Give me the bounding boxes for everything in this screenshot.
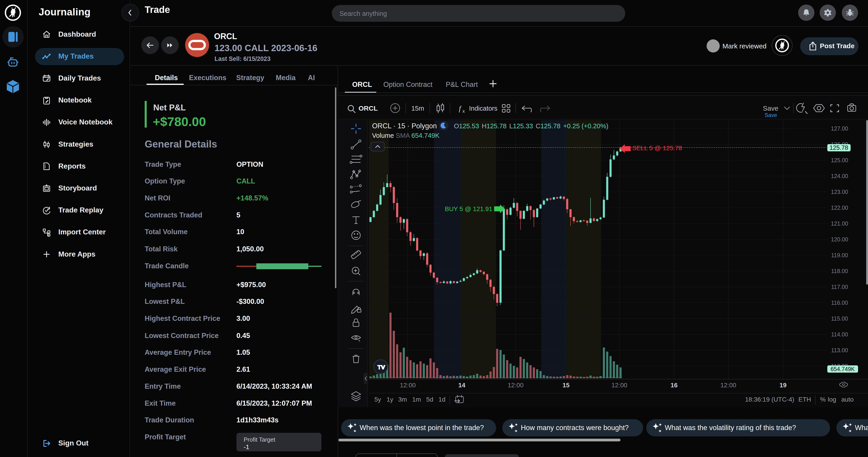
svg-text:15: 15 [562,382,569,389]
svg-text:%: % [820,396,826,403]
svg-text:120.00: 120.00 [831,236,848,242]
svg-text:ORCL: ORCL [359,105,378,112]
svg-text:115.00: 115.00 [831,315,848,322]
svg-text:12:00: 12:00 [508,382,524,389]
svg-text:Indicators: Indicators [469,105,498,112]
svg-text:5y: 5y [374,396,381,403]
svg-text:19: 19 [779,382,786,389]
svg-text:ORCL · 15 · Polygon: ORCL · 15 · Polygon [372,122,437,130]
svg-text:auto: auto [841,396,854,403]
svg-text:118.00: 118.00 [831,268,848,274]
svg-text:113.00: 113.00 [831,347,848,353]
svg-text:114.00: 114.00 [831,331,848,338]
svg-text:O125.53H125.78L125.33C125.78+0: O125.53H125.78L125.33C125.78+0.25 (+0.20… [454,122,608,130]
svg-text:125.78: 125.78 [830,144,848,151]
svg-text:12:00: 12:00 [400,382,416,389]
svg-text:Volume SMA 654.749K: Volume SMA 654.749K [372,132,440,139]
svg-text:18:36:19 (UTC-4): 18:36:19 (UTC-4) [745,396,794,403]
svg-text:12:00: 12:00 [720,382,736,389]
svg-text:BUY 5 @ 121.91: BUY 5 @ 121.91 [445,205,492,212]
svg-text:116.00: 116.00 [831,299,848,306]
svg-text:16: 16 [671,382,677,389]
svg-text:5d: 5d [426,396,433,403]
svg-text:121.00: 121.00 [831,220,848,227]
svg-text:14: 14 [458,382,465,389]
svg-text:x: x [463,109,465,114]
svg-text:654.749K: 654.749K [831,366,855,372]
svg-text:3m: 3m [398,396,407,403]
svg-text:125.00: 125.00 [831,157,848,163]
svg-text:Save: Save [765,112,777,118]
svg-text:122.00: 122.00 [831,204,848,211]
svg-text:SELL 5 @ 125.78: SELL 5 @ 125.78 [632,145,682,151]
svg-text:15m: 15m [411,105,424,112]
svg-text:log: log [828,396,836,403]
svg-text:123.00: 123.00 [831,189,848,195]
svg-text:12:00: 12:00 [612,382,627,389]
svg-text:ETH: ETH [798,396,811,403]
svg-text:1d: 1d [438,396,445,403]
svg-text:117.00: 117.00 [831,284,848,290]
svg-text:127.00: 127.00 [831,125,848,132]
svg-text:Save: Save [763,105,778,112]
svg-text:124.00: 124.00 [831,173,848,179]
svg-text:119.00: 119.00 [831,252,848,258]
svg-text:1m: 1m [412,396,421,403]
svg-text:1y: 1y [386,396,393,403]
